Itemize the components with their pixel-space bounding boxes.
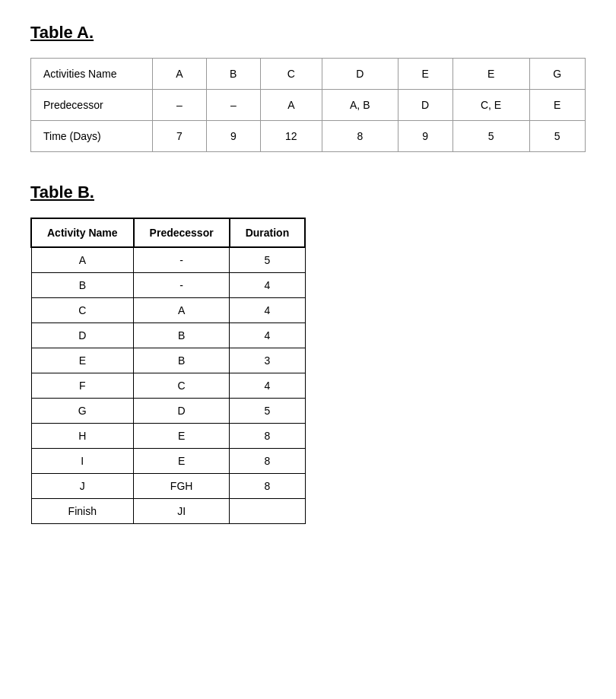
table-cell: E	[529, 90, 586, 121]
table-cell: D	[398, 90, 452, 121]
activity-cell: D	[31, 323, 134, 348]
table-row: Time (Days)79128955	[31, 121, 586, 152]
table-row: FC4	[31, 373, 305, 399]
column-header: Predecessor	[134, 218, 230, 247]
column-header: Activity Name	[31, 218, 134, 247]
table-cell: –	[153, 90, 207, 121]
duration-cell: 5	[230, 399, 306, 424]
duration-cell: 8	[230, 449, 306, 474]
table-cell: 5	[529, 121, 586, 152]
predecessor-cell: B	[134, 323, 230, 348]
table-cell: A	[260, 90, 322, 121]
duration-cell: 4	[230, 373, 306, 399]
table-row: EB3	[31, 348, 305, 373]
table-cell: E	[452, 59, 529, 90]
predecessor-cell: -	[134, 273, 230, 298]
duration-cell: 4	[230, 273, 306, 298]
duration-cell: 3	[230, 348, 306, 373]
table-a: Activities NameABCDEEGPredecessor––AA, B…	[30, 58, 586, 152]
activity-cell: E	[31, 348, 134, 373]
activity-cell: B	[31, 273, 134, 298]
table-b: Activity NamePredecessorDuration A-5B-4C…	[30, 218, 306, 524]
duration-cell: 4	[230, 298, 306, 323]
column-header: Duration	[230, 218, 306, 247]
table-a-section: Table A. Activities NameABCDEEGPredecess…	[30, 23, 586, 152]
table-row: IE8	[31, 449, 305, 474]
table-a-title: Table A.	[30, 23, 586, 43]
table-row: FinishJI	[31, 499, 305, 524]
activity-cell: I	[31, 449, 134, 474]
table-b-section: Table B. Activity NamePredecessorDuratio…	[30, 183, 586, 524]
table-cell: B	[206, 59, 260, 90]
table-b-title: Table B.	[30, 183, 586, 202]
predecessor-cell: -	[134, 247, 230, 273]
table-cell: 5	[452, 121, 529, 152]
duration-cell: 5	[230, 247, 306, 273]
activity-cell: J	[31, 474, 134, 499]
predecessor-cell: FGH	[134, 474, 230, 499]
table-header-row: Activity NamePredecessorDuration	[31, 218, 305, 247]
table-cell: C, E	[452, 90, 529, 121]
predecessor-cell: B	[134, 348, 230, 373]
predecessor-cell: A	[134, 298, 230, 323]
table-cell: 12	[260, 121, 322, 152]
row-label: Time (Days)	[31, 121, 153, 152]
table-cell: D	[322, 59, 398, 90]
table-row: GD5	[31, 399, 305, 424]
activity-cell: Finish	[31, 499, 134, 524]
table-row: HE8	[31, 424, 305, 449]
duration-cell: 4	[230, 323, 306, 348]
table-cell: A, B	[322, 90, 398, 121]
activity-cell: F	[31, 373, 134, 399]
table-cell: –	[206, 90, 260, 121]
predecessor-cell: JI	[134, 499, 230, 524]
table-cell: 8	[322, 121, 398, 152]
table-cell: C	[260, 59, 322, 90]
table-cell: 7	[153, 121, 207, 152]
table-row: Activities NameABCDEEG	[31, 59, 586, 90]
table-row: B-4	[31, 273, 305, 298]
table-cell: 9	[206, 121, 260, 152]
predecessor-cell: D	[134, 399, 230, 424]
activity-cell: H	[31, 424, 134, 449]
predecessor-cell: E	[134, 424, 230, 449]
table-row: CA4	[31, 298, 305, 323]
activity-cell: G	[31, 399, 134, 424]
activity-cell: A	[31, 247, 134, 273]
duration-cell	[230, 499, 306, 524]
predecessor-cell: C	[134, 373, 230, 399]
table-row: DB4	[31, 323, 305, 348]
duration-cell: 8	[230, 474, 306, 499]
activity-cell: C	[31, 298, 134, 323]
table-cell: G	[529, 59, 586, 90]
predecessor-cell: E	[134, 449, 230, 474]
row-label: Activities Name	[31, 59, 153, 90]
table-row: JFGH8	[31, 474, 305, 499]
table-row: Predecessor––AA, BDC, EE	[31, 90, 586, 121]
table-cell: E	[398, 59, 452, 90]
duration-cell: 8	[230, 424, 306, 449]
row-label: Predecessor	[31, 90, 153, 121]
table-row: A-5	[31, 247, 305, 273]
table-cell: A	[153, 59, 207, 90]
table-cell: 9	[398, 121, 452, 152]
